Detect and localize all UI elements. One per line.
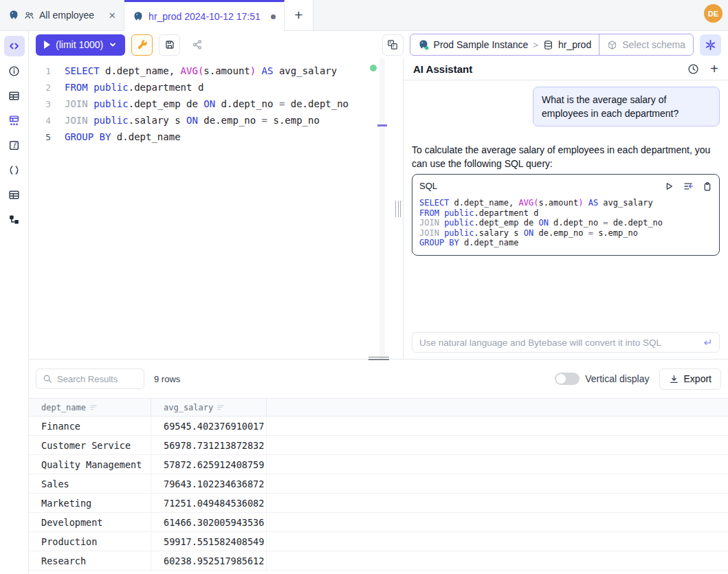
search-results-box[interactable] [36, 368, 144, 389]
vertical-resize-divider[interactable] [393, 58, 403, 359]
table-row[interactable]: Development61466.302005943536 [29, 513, 728, 532]
sidebar-item-procedures[interactable] [4, 159, 25, 180]
column-label: dept_name [41, 403, 86, 412]
table-icon [8, 189, 20, 201]
sql-editor[interactable]: 1SELECT d.dept_name, AVG(s.amount) AS av… [29, 58, 393, 359]
table-cell[interactable]: 61466.302005943536 [151, 513, 267, 531]
code-line: SELECT d.dept_name, AVG(s.amount) AS avg… [419, 198, 712, 208]
sidebar-item-sql-editor[interactable] [4, 36, 25, 56]
export-button[interactable]: Export [659, 368, 721, 390]
natural-language-input[interactable] [419, 338, 696, 348]
table-cell[interactable]: Production [29, 532, 151, 551]
table-row[interactable]: Sales79643.102234636872 [29, 474, 728, 494]
ai-assistant-button[interactable] [700, 34, 721, 56]
table-cell[interactable]: Finance [29, 417, 151, 435]
table-row[interactable]: Finance69545.402376910017 [29, 417, 728, 436]
table-row[interactable]: Marketing71251.049484536082 [29, 494, 728, 513]
editor-line[interactable]: 5GROUP BY d.dept_name [29, 129, 393, 145]
editor-line[interactable]: 3JOIN public.dept_emp de ON d.dept_no = … [29, 96, 393, 112]
table-cell[interactable]: Customer Service [29, 436, 151, 454]
table-cell[interactable]: 79643.102234636872 [151, 474, 267, 493]
line-number: 2 [29, 82, 51, 93]
table-cell[interactable]: Marketing [29, 494, 151, 512]
column-header-dept-name[interactable]: dept_name [29, 399, 151, 416]
chevron-down-icon[interactable] [109, 41, 117, 49]
schema-diagram-icon [8, 115, 20, 126]
column-header-avg-salary[interactable]: avg_salary [151, 399, 267, 416]
sort-icon[interactable] [217, 404, 225, 411]
table-cell[interactable]: 69545.402376910017 [151, 417, 267, 435]
sql-code-block: SQL SELECT d.dept_name, AVG(s.amount) AS… [412, 174, 720, 256]
postgres-icon [8, 10, 19, 21]
tab-all-employee[interactable]: All employee × [0, 0, 124, 30]
table-cell[interactable]: 60238.952517985612 [151, 551, 267, 570]
search-icon [43, 374, 52, 384]
line-number: 4 [29, 115, 51, 126]
admin-mode-button[interactable] [131, 34, 153, 56]
table-cell[interactable]: 71251.049484536082 [151, 494, 267, 512]
table-cell[interactable]: Sales [29, 474, 151, 493]
user-avatar[interactable]: DE [704, 4, 723, 23]
history-icon[interactable] [687, 63, 699, 75]
copy-icon[interactable] [703, 181, 712, 192]
run-query-button[interactable]: (limit 1000) [36, 34, 125, 56]
table-row[interactable]: Customer Service56978.731213872832 [29, 436, 728, 455]
table-cell[interactable]: 57872.625912408759 [151, 455, 267, 474]
code-line: FROM public.department d [419, 208, 712, 219]
share-button[interactable] [186, 34, 208, 56]
sidebar-item-schema-diagram[interactable] [4, 110, 25, 131]
breadcrumb-separator: > [533, 40, 538, 50]
instance-database-selector[interactable]: Prod Sample Instance > hr_prod [410, 34, 599, 55]
user-message-bubble: What is the average salary of employees … [533, 87, 720, 126]
submit-return-icon[interactable] [702, 338, 712, 348]
sidebar-item-relations[interactable] [4, 209, 25, 230]
new-tab-button[interactable]: + [285, 0, 313, 30]
insert-into-editor-icon[interactable] [683, 181, 694, 192]
sidebar-item-views[interactable] [4, 184, 25, 205]
tab-hr-prod[interactable]: hr_prod 2024-10-12 17:51 [124, 0, 285, 31]
drag-handle[interactable] [395, 201, 401, 217]
editor-line[interactable]: 1SELECT d.dept_name, AVG(s.amount) AS av… [29, 63, 393, 79]
sidebar-item-info[interactable] [4, 60, 25, 81]
code-line: GROUP BY d.dept_name [419, 238, 712, 248]
assistant-response-text: To calculate the average salary of emplo… [412, 144, 710, 169]
unsaved-dot-icon [271, 14, 276, 19]
shared-worksheet-icon [24, 10, 34, 21]
close-tab-icon[interactable]: × [109, 10, 115, 21]
vertical-display-toggle[interactable] [555, 373, 580, 385]
toggle-knob [556, 374, 566, 384]
table-cell[interactable]: Research [29, 551, 151, 570]
share-icon [192, 39, 203, 50]
openai-icon [705, 39, 716, 51]
chat-history: What is the average salary of employees … [404, 80, 728, 332]
editor-line[interactable]: 2FROM public.department d [29, 79, 393, 96]
table-cell[interactable]: 59917.551582408549 [151, 532, 267, 551]
save-button[interactable] [159, 34, 180, 56]
editor-scrollbar[interactable] [379, 58, 385, 359]
horizontal-resize-handle[interactable] [368, 357, 389, 362]
new-chat-button[interactable]: + [710, 61, 718, 77]
results-table-body: Finance69545.402376910017Customer Servic… [29, 417, 728, 574]
table-row[interactable]: Research60238.952517985612 [29, 551, 728, 571]
results-table-header: dept_name avg_salary [29, 398, 728, 417]
schema-placeholder: Select schema [622, 39, 685, 50]
ai-panel-header: AI Assistant + [404, 58, 728, 80]
sidebar-item-functions[interactable]: f [4, 135, 25, 155]
table-row[interactable]: Production59917.551582408549 [29, 532, 728, 551]
schema-selector[interactable]: Select schema [599, 34, 693, 55]
table-cell[interactable]: Quality Management [29, 455, 151, 474]
run-code-icon[interactable] [664, 181, 674, 191]
row-count-label: 9 rows [154, 374, 180, 384]
table-cell[interactable]: 56978.731213872832 [151, 436, 267, 454]
code-language-label: SQL [419, 179, 437, 193]
table-cell[interactable]: Development [29, 513, 151, 531]
table-row[interactable]: Quality Management57872.625912408759 [29, 455, 728, 474]
search-results-input[interactable] [57, 374, 137, 384]
cube-icon [607, 40, 617, 50]
postgres-icon [133, 11, 144, 22]
editor-line[interactable]: 4JOIN public.salary s ON de.emp_no = s.e… [29, 112, 393, 129]
sort-icon[interactable] [90, 404, 98, 411]
schema-compare-button[interactable] [382, 34, 404, 56]
code-line: JOIN public.salary s ON de.emp_no = s.em… [419, 228, 712, 239]
sidebar-item-tables[interactable] [4, 85, 25, 106]
